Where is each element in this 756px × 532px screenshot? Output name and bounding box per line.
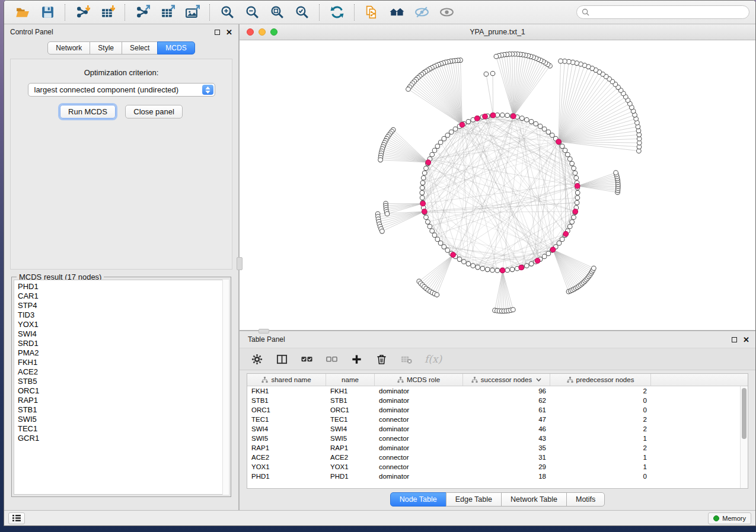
- export-table-icon[interactable]: [158, 4, 176, 21]
- network-canvas[interactable]: [240, 40, 755, 330]
- cell-name[interactable]: FKH1: [326, 387, 375, 395]
- mcds-result-item[interactable]: CAR1: [18, 291, 228, 301]
- cell-successor-nodes[interactable]: 61: [463, 406, 550, 414]
- cell-predecessor-nodes[interactable]: 2: [550, 444, 651, 451]
- tab-edge-table[interactable]: Edge Table: [446, 492, 502, 507]
- run-mcds-button[interactable]: Run MCDS: [60, 105, 116, 118]
- cell-shared-name[interactable]: YOX1: [247, 463, 326, 470]
- table-row[interactable]: SWI4SWI4dominator462: [247, 424, 740, 434]
- mcds-result-item[interactable]: STB1: [18, 405, 228, 415]
- mcds-result-item[interactable]: RAP1: [18, 396, 228, 405]
- import-network-icon[interactable]: [74, 4, 91, 21]
- float-panel-icon[interactable]: [215, 30, 220, 35]
- mcds-result-item[interactable]: PMA2: [18, 348, 228, 358]
- search-box[interactable]: [576, 5, 749, 19]
- cell-shared-name[interactable]: TEC1: [247, 416, 326, 423]
- cell-shared-name[interactable]: RAP1: [247, 444, 326, 451]
- table-scrollbar-thumb[interactable]: [742, 388, 747, 439]
- table-row[interactable]: SWI5SWI5connector431: [247, 434, 740, 443]
- first-neighbors-icon[interactable]: [388, 4, 406, 21]
- table-row[interactable]: YOX1YOX1connector291: [247, 462, 740, 472]
- mcds-result-item[interactable]: ORC1: [18, 386, 228, 396]
- mcds-result-item[interactable]: SWI5: [18, 415, 228, 424]
- task-history-button[interactable]: [8, 512, 25, 524]
- import-table-icon[interactable]: [98, 4, 116, 21]
- mcds-result-item[interactable]: SRD1: [18, 339, 228, 348]
- refresh-icon[interactable]: [328, 4, 346, 21]
- zoom-out-icon[interactable]: [243, 4, 261, 21]
- column-header-predecessor-nodes[interactable]: predecessor nodes: [550, 374, 651, 386]
- horizontal-splitter-handle[interactable]: [259, 329, 269, 334]
- cell-successor-nodes[interactable]: 35: [463, 444, 550, 451]
- cell-successor-nodes[interactable]: 96: [463, 387, 550, 395]
- zoom-in-icon[interactable]: [218, 4, 236, 21]
- mcds-result-item[interactable]: STB5: [18, 377, 228, 386]
- table-row[interactable]: PHD1PHD1dominator180: [247, 472, 740, 481]
- cell-name[interactable]: ACE2: [326, 454, 375, 461]
- cell-name[interactable]: STB1: [326, 397, 375, 404]
- table-row[interactable]: ORC1ORC1dominator610: [247, 405, 740, 415]
- cell-predecessor-nodes[interactable]: 1: [550, 463, 651, 470]
- cell-name[interactable]: SWI5: [326, 435, 375, 442]
- hide-selected-icon[interactable]: [413, 4, 430, 21]
- add-icon[interactable]: [350, 352, 363, 366]
- mcds-result-item[interactable]: STP4: [18, 301, 228, 310]
- network-graph[interactable]: [240, 40, 755, 330]
- table-row[interactable]: FKH1FKH1dominator962: [247, 386, 740, 396]
- tab-network[interactable]: Network: [47, 41, 90, 55]
- tab-network-table[interactable]: Network Table: [501, 492, 567, 507]
- close-panel-icon[interactable]: ✕: [226, 28, 232, 36]
- table-float-icon[interactable]: [732, 337, 737, 342]
- cell-shared-name[interactable]: ORC1: [247, 406, 326, 414]
- cell-predecessor-nodes[interactable]: 2: [550, 416, 651, 423]
- table-row[interactable]: STB1STB1dominator620: [247, 396, 740, 405]
- cell-predecessor-nodes[interactable]: 2: [550, 425, 651, 432]
- tab-node-table[interactable]: Node Table: [390, 492, 446, 507]
- open-file-icon[interactable]: [14, 4, 31, 21]
- delete-icon[interactable]: [375, 352, 388, 366]
- cell-successor-nodes[interactable]: 43: [463, 435, 550, 442]
- cell-name[interactable]: PHD1: [326, 473, 375, 480]
- optimization-select[interactable]: largest connected component (undirected): [28, 83, 215, 97]
- export-network-icon[interactable]: [133, 4, 151, 21]
- tab-motifs[interactable]: Motifs: [566, 492, 605, 507]
- vertical-splitter-handle[interactable]: [237, 257, 243, 270]
- show-all-icon[interactable]: [438, 4, 455, 21]
- zoom-fit-icon[interactable]: [268, 4, 286, 21]
- duplicate-network-icon[interactable]: [363, 4, 381, 21]
- cell-name[interactable]: ORC1: [326, 406, 375, 414]
- cell-successor-nodes[interactable]: 62: [463, 397, 550, 404]
- mcds-result-list[interactable]: PHD1CAR1STP4TID3YOX1SWI4SRD1PMA2FKH1ACE2…: [14, 280, 229, 495]
- cell-MCDS-role[interactable]: dominator: [375, 387, 463, 395]
- mcds-result-item[interactable]: ACE2: [18, 367, 228, 377]
- tab-mcds[interactable]: MCDS: [157, 41, 194, 55]
- memory-button[interactable]: Memory: [708, 512, 751, 524]
- delete-table-icon[interactable]: [400, 352, 413, 366]
- cell-successor-nodes[interactable]: 29: [463, 463, 550, 470]
- column-header-successor-nodes[interactable]: successor nodes: [463, 374, 550, 386]
- cell-MCDS-role[interactable]: connector: [375, 435, 463, 442]
- cell-shared-name[interactable]: SWI5: [247, 435, 326, 442]
- zoom-selected-icon[interactable]: [293, 4, 311, 21]
- cell-name[interactable]: SWI4: [326, 425, 375, 432]
- settings-icon[interactable]: [250, 352, 263, 366]
- cell-successor-nodes[interactable]: 46: [463, 425, 550, 432]
- mcds-result-item[interactable]: GCR1: [18, 434, 228, 443]
- mcds-result-item[interactable]: TEC1: [18, 424, 228, 434]
- cell-predecessor-nodes[interactable]: 2: [550, 387, 651, 395]
- table-row[interactable]: RAP1RAP1dominator352: [247, 443, 740, 453]
- cell-MCDS-role[interactable]: dominator: [375, 473, 463, 480]
- mcds-result-item[interactable]: YOX1: [18, 320, 228, 329]
- cell-predecessor-nodes[interactable]: 1: [550, 435, 651, 442]
- cell-MCDS-role[interactable]: connector: [375, 463, 463, 470]
- cell-shared-name[interactable]: PHD1: [247, 473, 326, 480]
- mcds-result-item[interactable]: PHD1: [18, 282, 228, 291]
- export-image-icon[interactable]: [183, 4, 201, 21]
- select-all-icon[interactable]: [300, 352, 313, 366]
- cell-shared-name[interactable]: FKH1: [247, 387, 326, 395]
- table-row[interactable]: ACE2ACE2connector311: [247, 453, 740, 462]
- cell-MCDS-role[interactable]: connector: [375, 454, 463, 461]
- cell-shared-name[interactable]: SWI4: [247, 425, 326, 432]
- cell-MCDS-role[interactable]: dominator: [375, 406, 463, 414]
- cell-successor-nodes[interactable]: 47: [463, 416, 550, 423]
